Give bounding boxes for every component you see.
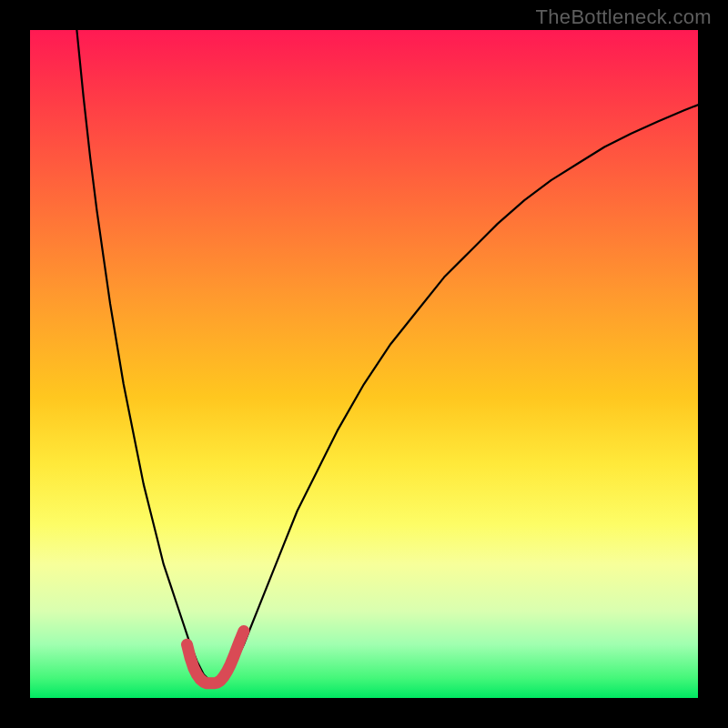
black-curve bbox=[76, 30, 698, 683]
watermark-text: TheBottleneck.com bbox=[536, 5, 712, 29]
red-bottom-overlay bbox=[187, 632, 243, 683]
chart-frame: TheBottleneck.com bbox=[0, 0, 728, 728]
plot-area bbox=[30, 30, 698, 698]
curve-svg bbox=[30, 30, 698, 698]
